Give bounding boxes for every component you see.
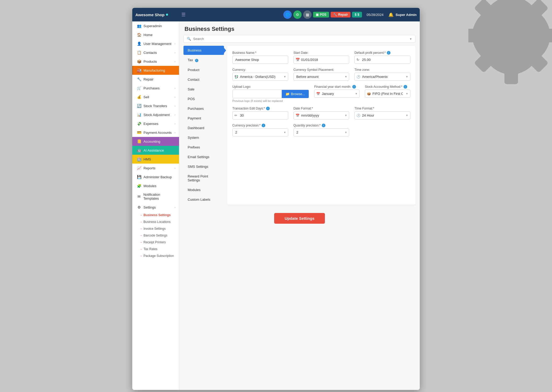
settings-nav-tax[interactable]: Tax i bbox=[183, 55, 224, 65]
settings-nav-sale[interactable]: Sale bbox=[183, 85, 224, 94]
sidebar-subitem-business-settings[interactable]: → Business Settings bbox=[132, 212, 179, 218]
calc-icon-btn[interactable]: ▦ bbox=[303, 10, 312, 19]
settings-nav-business[interactable]: Business bbox=[183, 46, 224, 55]
timezone-select[interactable]: America/Phoenix bbox=[354, 73, 410, 81]
currency-precision-info-icon[interactable]: i bbox=[262, 124, 265, 127]
update-settings-button[interactable]: Update Settings bbox=[274, 213, 325, 224]
sidebar-label-purchases: Purchases bbox=[143, 86, 159, 90]
search-input[interactable] bbox=[193, 37, 407, 41]
sidebar-item-administer-backup[interactable]: 💾 Administer Backup bbox=[132, 172, 179, 181]
sidebar-item-products[interactable]: 📦 Products › bbox=[132, 57, 179, 66]
sidebar-item-sell[interactable]: 💰 Sell › bbox=[132, 93, 179, 101]
repair-badge-btn[interactable]: 🔧 Repair bbox=[331, 12, 350, 18]
quantity-precision-info-icon[interactable]: i bbox=[322, 124, 325, 127]
percentage-icon: ↻ bbox=[356, 58, 359, 62]
sidebar-item-stock-transfers[interactable]: 🔄 Stock Transfers › bbox=[132, 101, 179, 110]
business-name-input[interactable] bbox=[232, 56, 288, 64]
sidebar-item-notification-templates[interactable]: ✉ Notification Templates bbox=[132, 190, 179, 203]
financial-year-label: Financial year start month: i bbox=[314, 85, 360, 89]
sidebar-subitem-business-locations[interactable]: → Business Locations bbox=[132, 218, 179, 225]
search-dropdown-icon[interactable]: ▼ bbox=[409, 37, 412, 41]
sidebar-item-home[interactable]: 🏠 Home bbox=[132, 30, 179, 39]
currency-select[interactable]: America - Dollars(USD) bbox=[232, 73, 288, 81]
transaction-edit-input[interactable] bbox=[232, 111, 288, 119]
settings-nav-system[interactable]: System bbox=[183, 133, 224, 142]
sidebar-item-accounting[interactable]: 📒 Accounting bbox=[132, 137, 179, 146]
sidebar-item-superadmin[interactable]: 👥 Superadmin bbox=[132, 21, 179, 30]
currency-precision-select[interactable]: 2 bbox=[232, 128, 288, 136]
start-date-input[interactable] bbox=[294, 56, 349, 64]
stock-accounting-select[interactable]: FIFO (First In First Out) bbox=[365, 90, 410, 98]
pos-badge-btn[interactable]: ▣ POS bbox=[313, 12, 329, 18]
sidebar-label-user-management: User Management bbox=[143, 42, 171, 46]
settings-nav-dashboard[interactable]: Dashboard bbox=[183, 123, 224, 132]
sidebar-item-modules[interactable]: 🧩 Modules bbox=[132, 181, 179, 190]
currency-symbol-select-wrapper: Before amount ▼ bbox=[294, 73, 349, 81]
currency-precision-col: Currency precision:* i 2 ▼ bbox=[232, 124, 288, 136]
brand[interactable]: Awesome Shop bbox=[135, 13, 177, 17]
time-format-select[interactable]: 24 Hour bbox=[354, 111, 410, 119]
sidebar-item-reports[interactable]: 📈 Reports › bbox=[132, 164, 179, 172]
upload-logo-label: Upload Logo: bbox=[232, 85, 309, 89]
arrow-icon: → bbox=[140, 214, 142, 217]
date-format-select[interactable]: mm/dd/yyyy bbox=[294, 111, 349, 119]
hamburger-menu[interactable]: ☰ bbox=[179, 11, 188, 19]
arrow-icon: → bbox=[140, 247, 142, 251]
sidebar-subitem-invoice-settings[interactable]: → Invoice Settings bbox=[132, 225, 179, 232]
settings-nav-reward-point-settings[interactable]: Reward Point Settings bbox=[183, 172, 224, 185]
sidebar-subitem-receipt-printers[interactable]: → Receipt Printers bbox=[132, 239, 179, 246]
settings-nav-pos[interactable]: POS bbox=[183, 94, 224, 103]
settings-nav-sms-settings[interactable]: SMS Settings bbox=[183, 162, 224, 171]
timezone-col: Time zone: 🕐 America/Phoenix ▼ bbox=[354, 68, 410, 81]
purchases-icon: 🛒 bbox=[137, 86, 141, 90]
sidebar-item-hms[interactable]: 🏥 HMS bbox=[132, 155, 179, 164]
upload-logo-input[interactable] bbox=[233, 90, 282, 98]
settings-nav-contact[interactable]: Contact bbox=[183, 75, 224, 84]
default-profit-info-icon[interactable]: i bbox=[387, 51, 390, 55]
sidebar-subitem-barcode-settings[interactable]: → Barcode Settings bbox=[132, 232, 179, 239]
sidebar-item-user-management[interactable]: 👤 User Management › bbox=[132, 39, 179, 48]
sidebar-item-settings[interactable]: ⚙ Settings › bbox=[132, 203, 179, 212]
settings-nav-email-settings[interactable]: Email Settings bbox=[183, 152, 224, 162]
navbar-user: Super Admin bbox=[396, 13, 417, 17]
settings-nav-purchases[interactable]: Purchases bbox=[183, 104, 224, 113]
chevron-icon: › bbox=[175, 87, 175, 90]
globe-icon-btn[interactable]: 🌐 bbox=[283, 10, 292, 19]
sidebar-item-manufacturing[interactable]: 🏭 Manufacturing bbox=[132, 66, 179, 75]
sidebar-item-expenses[interactable]: 💸 Expenses › bbox=[132, 119, 179, 128]
bell-icon[interactable]: 🔔 bbox=[388, 12, 394, 17]
currency-symbol-select[interactable]: Before amount bbox=[294, 73, 349, 81]
settings-nav-custom-labels[interactable]: Custom Labels bbox=[183, 195, 224, 204]
default-profit-input[interactable] bbox=[354, 56, 410, 64]
money-badge-btn[interactable]: $ $ bbox=[352, 12, 362, 18]
form-row-5: Currency precision:* i 2 ▼ bbox=[232, 124, 410, 136]
sidebar-subitem-tax-rates[interactable]: → Tax Rates bbox=[132, 246, 179, 252]
settings-icon-btn[interactable]: ⚙ bbox=[293, 10, 302, 19]
subitem-label-invoice-settings: Invoice Settings bbox=[143, 227, 166, 230]
quantity-precision-select[interactable]: 2 bbox=[294, 128, 349, 136]
navbar-date: 05/28/2024 bbox=[364, 13, 386, 17]
sidebar-item-stock-adjustment[interactable]: 📊 Stock Adjustment › bbox=[132, 110, 179, 119]
superadmin-icon: 👥 bbox=[137, 24, 141, 28]
browse-button[interactable]: 📁 Browse... bbox=[282, 90, 309, 98]
sidebar-item-purchases[interactable]: 🛒 Purchases › bbox=[132, 84, 179, 93]
transaction-edit-info-icon[interactable]: i bbox=[266, 107, 270, 110]
sidebar-item-repair[interactable]: 🔧 Repair bbox=[132, 75, 179, 84]
form-row-1: Business Name:* Start Date: 📅 bbox=[232, 51, 410, 64]
settings-icon: ⚙ bbox=[137, 205, 141, 209]
stock-accounting-info-icon[interactable]: i bbox=[404, 85, 407, 89]
transaction-edit-wrapper: ✏ bbox=[232, 111, 288, 119]
financial-year-info-icon[interactable]: i bbox=[352, 85, 356, 89]
form-row-2: Currency: 💱 America - Dollars(USD) ▼ bbox=[232, 68, 410, 81]
settings-nav-payment[interactable]: Payment bbox=[183, 114, 224, 123]
settings-nav-product[interactable]: Product bbox=[183, 65, 224, 74]
settings-nav-modules[interactable]: Modules bbox=[183, 185, 224, 194]
settings-nav-prefixes[interactable]: Prefixes bbox=[183, 143, 224, 152]
sidebar-item-payment-accounts[interactable]: 💳 Payment Accounts › bbox=[132, 128, 179, 137]
financial-year-select[interactable]: January bbox=[314, 90, 360, 98]
sidebar-item-contacts[interactable]: 📋 Contacts › bbox=[132, 48, 179, 57]
sidebar-item-ai-assistance[interactable]: 🤖 AI Assistance bbox=[132, 146, 179, 155]
app-container: Awesome Shop ☰ 🌐 ⚙ ▦ ▣ POS 🔧 Repair $ $ … bbox=[132, 8, 420, 390]
sidebar-subitem-package-subscription[interactable]: → Package Subscription bbox=[132, 252, 179, 259]
chevron-icon: › bbox=[175, 96, 175, 99]
